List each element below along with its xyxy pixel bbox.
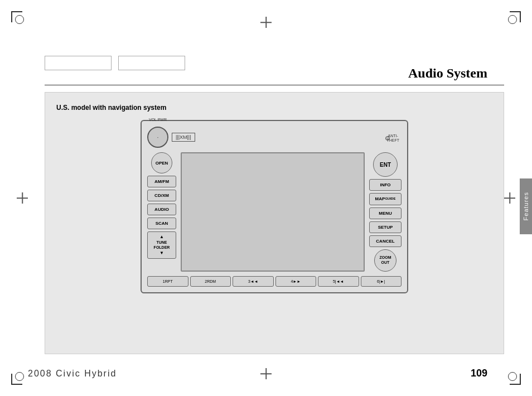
anti-theft-label: ANTI- THEFT [386, 134, 399, 143]
ent-button[interactable]: ENT [373, 152, 398, 177]
footer: 2008 Civic Hybrid 109 [0, 368, 532, 379]
audio-unit: · VOL PWR |||XM||| ANTI- THEFT [141, 120, 408, 293]
features-label: Features [523, 192, 529, 220]
model-label: U.S. model with navigation system [56, 104, 492, 112]
menu-button[interactable]: MENU [369, 207, 402, 219]
tab-box-2 [118, 56, 185, 70]
footer-title: 2008 Civic Hybrid [28, 369, 117, 379]
preset-3[interactable]: 3◄◄ [233, 276, 274, 287]
page-number: 109 [471, 368, 487, 379]
top-bar: · VOL PWR |||XM||| ANTI- THEFT [147, 127, 402, 148]
vol-dot: · [157, 136, 158, 139]
tab-placeholders [45, 56, 185, 70]
features-sidebar-tab: Features [520, 178, 532, 234]
info-button[interactable]: INFO [369, 179, 402, 191]
vol-pwr-label: VOL PWR [149, 118, 167, 122]
tab-box-1 [45, 56, 112, 70]
zoom-out-button[interactable]: ZOOM OUT [374, 249, 396, 272]
preset-6[interactable]: 6|►| [361, 276, 402, 287]
screen-display [181, 152, 365, 272]
vol-pwr-knob[interactable]: · [147, 127, 168, 148]
map-button[interactable]: MAPGUIDE [369, 193, 402, 205]
circle-mark-tr [508, 15, 517, 24]
scan-button[interactable]: SCAN [147, 218, 176, 229]
xm-indicator: |||XM||| [172, 133, 195, 142]
map-label: MAP [375, 196, 385, 202]
preset-2[interactable]: 2RDM [190, 276, 231, 287]
circle-mark-tl [15, 15, 24, 24]
unit-body: OPEN AM/FM CD/XM AUDIO SCAN ▲ TUNE FOLDE… [147, 152, 402, 272]
tune-folder-button[interactable]: ▲ TUNE FOLDER ▼ [147, 231, 176, 259]
crosshair-top [260, 17, 272, 28]
header-rule [45, 85, 504, 85]
diagram-box: U.S. model with navigation system · VOL … [45, 92, 504, 354]
preset-4[interactable]: 4►► [275, 276, 317, 287]
crosshair-left [17, 192, 28, 204]
open-button[interactable]: OPEN [151, 152, 172, 173]
preset-row: 1RPT 2RDM 3◄◄ 4►► 5|◄◄ 6|►| [147, 276, 402, 287]
right-buttons: ENT INFO MAPGUIDE MENU SETUP CANCEL ZOOM… [369, 152, 402, 272]
setup-button[interactable]: SETUP [369, 221, 402, 233]
am-fm-button[interactable]: AM/FM [147, 176, 176, 187]
preset-5[interactable]: 5|◄◄ [318, 276, 359, 287]
preset-1[interactable]: 1RPT [147, 276, 188, 287]
cancel-button[interactable]: CANCEL [369, 235, 402, 247]
page-title: Audio System [408, 66, 487, 81]
guide-sub-label: GUIDE [385, 197, 395, 201]
audio-button[interactable]: AUDIO [147, 204, 176, 215]
crosshair-right [504, 192, 515, 204]
top-display: |||XM||| [172, 133, 366, 142]
cd-xm-button[interactable]: CD/XM [147, 190, 176, 201]
main-content: U.S. model with navigation system · VOL … [45, 92, 504, 354]
left-buttons: OPEN AM/FM CD/XM AUDIO SCAN ▲ TUNE FOLDE… [147, 152, 176, 272]
